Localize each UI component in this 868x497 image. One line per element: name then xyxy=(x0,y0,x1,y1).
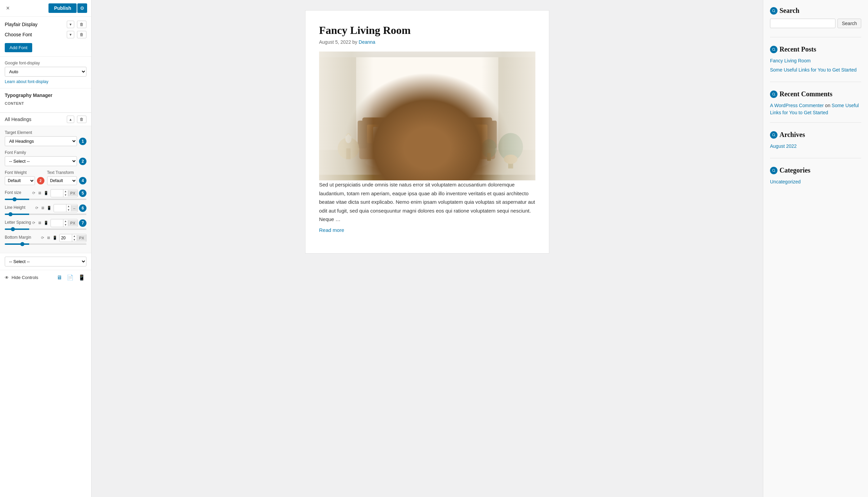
text-transform-select[interactable]: Default xyxy=(47,176,77,185)
all-headings-row[interactable]: All Headings ▴ 🗑 xyxy=(0,113,91,126)
post-date: August 5, 2022 xyxy=(319,39,351,45)
search-widget-icon xyxy=(770,7,778,15)
playfair-delete-button[interactable]: 🗑 xyxy=(77,21,86,28)
close-button[interactable]: × xyxy=(4,4,12,13)
svg-point-34 xyxy=(772,133,775,136)
mobile-view-button[interactable]: 📱 xyxy=(77,273,86,281)
archives-link[interactable]: August 2022 xyxy=(770,143,861,150)
publish-button[interactable]: Publish xyxy=(48,3,76,13)
letter-spacing-desktop-icon[interactable]: 🖥 xyxy=(37,221,42,225)
select-dropdown[interactable]: -- Select -- xyxy=(5,257,86,267)
text-transform-label: Text Transform xyxy=(47,170,87,175)
font-size-reset-icon[interactable]: ⟳ xyxy=(31,190,36,196)
bottom-margin-reset-icon[interactable]: ⟳ xyxy=(40,235,45,240)
playfair-actions: ▾ 🗑 xyxy=(66,21,86,28)
learn-font-display-link[interactable]: Learn about font-display xyxy=(5,79,48,84)
line-height-slider[interactable] xyxy=(5,214,86,215)
google-font-display-select[interactable]: Auto xyxy=(5,67,86,76)
add-font-button[interactable]: Add Font xyxy=(5,43,32,52)
line-height-field: Line Height ⟳ 🖥 📱 ▴ ▾ xyxy=(5,204,86,215)
line-height-desktop-icon[interactable]: 🖥 xyxy=(40,205,45,210)
desktop-view-button[interactable]: 🖥 xyxy=(55,273,63,281)
categories-icon xyxy=(770,167,778,174)
tablet-view-button[interactable]: 📄 xyxy=(66,273,75,281)
recent-post-link-1[interactable]: Fancy Living Room xyxy=(770,57,861,65)
post-author-link[interactable]: Deanna xyxy=(359,39,375,45)
categories-title-text: Categories xyxy=(780,167,810,174)
bottom-margin-input-wrap: ▴ ▾ PX xyxy=(59,234,86,242)
choose-font-down-button[interactable]: ▾ xyxy=(67,31,74,38)
letter-spacing-reset-icon[interactable]: ⟳ xyxy=(31,221,36,225)
font-size-responsive-icon[interactable]: 📱 xyxy=(43,190,49,196)
line-height-input[interactable] xyxy=(54,205,66,212)
target-element-field: Target Element All Headings 1 xyxy=(5,130,86,146)
playfair-down-button[interactable]: ▾ xyxy=(67,21,74,28)
bottom-margin-desktop-icon[interactable]: 🖥 xyxy=(46,235,51,240)
line-height-arrows: ▴ ▾ xyxy=(66,204,71,212)
line-height-down[interactable]: ▾ xyxy=(67,208,71,212)
font-family-select[interactable]: -- Select -- xyxy=(5,156,77,166)
font-size-field: Font size ⟳ 🖥 📱 ▴ ▾ xyxy=(5,189,86,200)
bottom-margin-down[interactable]: ▾ xyxy=(72,238,76,242)
font-size-desktop-icon[interactable]: 🖥 xyxy=(37,190,42,195)
recent-comment-item: A WordPress Commenter on Some Useful Lin… xyxy=(770,102,861,116)
svg-line-29 xyxy=(774,12,775,13)
all-headings-delete-button[interactable]: 🗑 xyxy=(77,116,86,123)
search-button[interactable]: Search xyxy=(838,19,861,28)
font-size-up[interactable]: ▴ xyxy=(63,189,68,193)
letter-spacing-slider[interactable] xyxy=(5,228,86,230)
font-weight-row: Default 2 xyxy=(5,176,44,185)
svg-point-30 xyxy=(772,48,775,51)
recent-posts-title: Recent Posts xyxy=(770,45,861,53)
letter-spacing-down[interactable]: ▾ xyxy=(63,223,68,227)
letter-spacing-label: Letter Spacing xyxy=(5,220,31,225)
categories-link[interactable]: Uncategorized xyxy=(770,178,861,185)
archives-icon xyxy=(770,131,778,139)
categories-widget: Categories Uncategorized xyxy=(770,167,861,194)
playfair-label: Playfair Display xyxy=(5,22,37,27)
read-more-link[interactable]: Read more xyxy=(319,227,344,233)
line-height-minus[interactable]: – xyxy=(71,205,77,211)
bottom-margin-input[interactable] xyxy=(60,235,72,241)
categories-svg-icon xyxy=(772,169,776,173)
letter-spacing-up[interactable]: ▴ xyxy=(63,219,68,223)
all-headings-up-button[interactable]: ▴ xyxy=(67,116,74,123)
svg-rect-26 xyxy=(487,153,491,161)
right-sidebar: Search Search Recent Posts Fancy Living … xyxy=(763,0,868,497)
font-weight-select[interactable]: Default xyxy=(5,176,35,185)
font-size-input[interactable] xyxy=(51,190,63,197)
bottom-margin-slider[interactable] xyxy=(5,243,86,245)
content-label: CONTENT xyxy=(5,101,86,105)
letter-spacing-input-wrap: ▴ ▾ PX xyxy=(51,219,77,227)
choose-font-delete-button[interactable]: 🗑 xyxy=(77,31,86,38)
badge-7: 7 xyxy=(79,219,86,227)
search-input[interactable] xyxy=(770,19,836,28)
font-size-slider[interactable] xyxy=(5,199,86,200)
font-size-down[interactable]: ▾ xyxy=(63,193,68,197)
svg-line-33 xyxy=(774,95,775,96)
svg-rect-9 xyxy=(429,125,487,143)
target-element-select[interactable]: All Headings xyxy=(5,136,77,146)
commenter-link[interactable]: A WordPress Commenter xyxy=(770,103,824,108)
svg-rect-1 xyxy=(319,57,356,174)
svg-line-35 xyxy=(774,136,775,137)
svg-rect-13 xyxy=(405,128,427,142)
bottom-margin-up[interactable]: ▴ xyxy=(72,234,76,238)
archives-title-text: Archives xyxy=(780,131,805,139)
publish-settings-button[interactable]: ⚙ xyxy=(77,3,87,13)
recent-post-link-2[interactable]: Some Useful Links for You to Get Started xyxy=(770,67,861,74)
line-height-responsive-icon[interactable]: 📱 xyxy=(46,205,52,211)
archives-widget: Archives August 2022 xyxy=(770,131,861,158)
svg-rect-7 xyxy=(362,118,492,134)
bottom-margin-icons: ⟳ 🖥 📱 xyxy=(40,235,58,240)
letter-spacing-input[interactable] xyxy=(51,220,63,226)
publish-btn-group: Publish ⚙ xyxy=(48,3,87,13)
line-height-reset-icon[interactable]: ⟳ xyxy=(34,205,39,211)
bottom-margin-responsive-icon[interactable]: 📱 xyxy=(52,235,58,240)
font-family-field: Font Family -- Select -- 2 xyxy=(5,150,86,166)
letter-spacing-unit: PX xyxy=(68,220,77,226)
badge-6: 6 xyxy=(79,204,86,212)
sidebar-header: × Publish ⚙ xyxy=(0,0,91,17)
letter-spacing-responsive-icon[interactable]: 📱 xyxy=(43,221,49,225)
line-height-up[interactable]: ▴ xyxy=(67,204,71,208)
